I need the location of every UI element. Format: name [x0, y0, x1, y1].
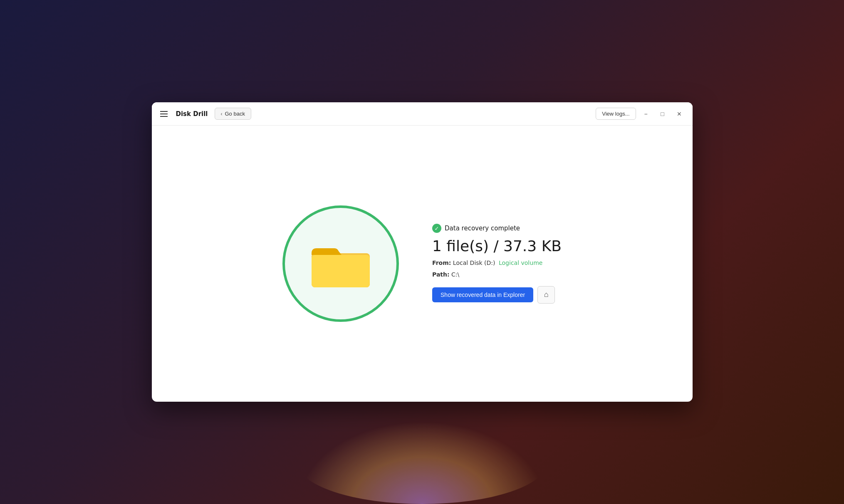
folder-circle: [282, 205, 399, 322]
check-circle-icon: [432, 224, 441, 233]
recovery-from: From: Local Disk (D:) Logical volume: [432, 259, 562, 266]
from-label: From:: [432, 259, 451, 266]
path-label: Path:: [432, 271, 450, 278]
action-row: Show recovered data in Explorer ⌂: [432, 286, 562, 304]
close-button[interactable]: ✕: [673, 107, 686, 121]
recovery-status-text: Data recovery complete: [445, 225, 520, 232]
show-explorer-button[interactable]: Show recovered data in Explorer: [432, 287, 533, 302]
bottom-glow-decoration: [297, 421, 547, 504]
recovery-path: Path: C:\: [432, 271, 562, 278]
maximize-button[interactable]: □: [656, 107, 669, 121]
path-value: C:\: [451, 271, 459, 278]
recovery-status: Data recovery complete: [432, 224, 562, 233]
home-button[interactable]: ⌂: [537, 286, 555, 304]
recovery-info-panel: Data recovery complete 1 file(s) / 37.3 …: [432, 224, 562, 304]
app-window: Disk Drill ‹ Go back View logs... − □ ✕: [152, 102, 693, 402]
titlebar: Disk Drill ‹ Go back View logs... − □ ✕: [152, 102, 693, 126]
titlebar-right: View logs... − □ ✕: [596, 107, 686, 121]
svg-rect-1: [312, 255, 370, 287]
folder-icon: [307, 237, 374, 291]
disk-type: Logical volume: [499, 259, 542, 266]
minimize-button[interactable]: −: [639, 107, 653, 121]
recovery-size: 1 file(s) / 37.3 KB: [432, 238, 562, 254]
home-icon: ⌂: [544, 290, 549, 299]
titlebar-left: Disk Drill ‹ Go back: [158, 108, 596, 120]
from-disk: Local Disk (D:): [453, 259, 495, 266]
chevron-left-icon: ‹: [221, 111, 223, 117]
view-logs-button[interactable]: View logs...: [596, 108, 636, 120]
menu-icon[interactable]: [158, 109, 169, 119]
go-back-label: Go back: [225, 111, 245, 117]
app-title: Disk Drill: [176, 110, 208, 118]
main-content: Data recovery complete 1 file(s) / 37.3 …: [152, 126, 693, 402]
go-back-button[interactable]: ‹ Go back: [215, 108, 251, 120]
